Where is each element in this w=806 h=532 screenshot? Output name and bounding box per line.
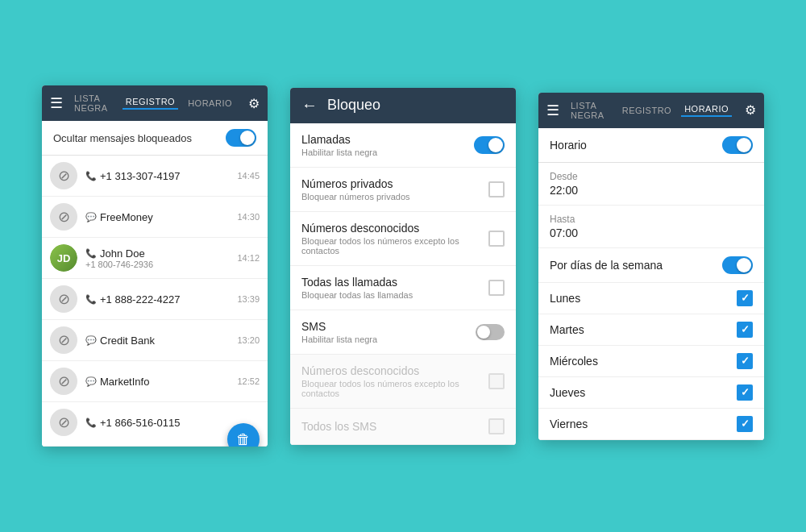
phone-icon: 📞 (85, 248, 97, 259)
days-toggle[interactable] (722, 256, 753, 274)
bloqueo-sms-desconocidos-sub: Bloquear todos los números excepto los c… (301, 379, 480, 398)
bloqueo-privados-label: Números privados (301, 177, 480, 190)
back-button[interactable]: ← (301, 96, 318, 114)
days-label: Por días de la semana (550, 259, 663, 272)
item-name: 📞 John Doe (85, 247, 229, 260)
tab-horario-p1[interactable]: HORARIO (185, 98, 235, 108)
desconocidos-checkbox[interactable] (488, 231, 505, 247)
bloqueo-text: Números desconocidos Bloquear todos los … (301, 222, 480, 256)
hasta-label: Hasta (550, 214, 753, 225)
sms-icon: 💬 (85, 212, 97, 222)
sms-toggle[interactable] (476, 324, 505, 340)
panel-registro: ☰ LISTA NEGRA REGISTRO HORARIO ⚙ Ocultar… (42, 85, 268, 447)
day-viernes-row: Viernes (538, 409, 764, 440)
hide-blocked-row: Ocultar mensajes bloqueados (42, 121, 268, 156)
bloqueo-sms-item: SMS Habilitar lista negra (290, 310, 516, 355)
bloqueo-header: ← Bloqueo (290, 88, 516, 123)
menu-icon[interactable]: ☰ (50, 94, 63, 112)
tab-horario-p3[interactable]: HORARIO (681, 104, 732, 117)
bloqueo-todas-label: Todas las llamadas (301, 276, 480, 289)
day-miercoles-label: Miércoles (550, 355, 598, 368)
tab-lista-negra-p3[interactable]: LISTA NEGRA (567, 101, 613, 120)
item-name: 💬 MarketInfo (85, 376, 229, 388)
item-name: 📞 +1 888-222-4227 (85, 293, 229, 305)
item-time: 12:52 (237, 376, 260, 386)
list-item: ⊘ 📞 +1 888-222-4227 13:39 (42, 279, 268, 320)
item-time: 14:45 (237, 171, 260, 181)
hasta-section: Hasta 07:00 (538, 206, 764, 248)
bloqueo-text: SMS Habilitar lista negra (301, 320, 467, 344)
item-info: 📞 +1 313-307-4197 (85, 170, 229, 182)
privados-checkbox[interactable] (488, 181, 505, 197)
day-martes-label: Martes (550, 323, 584, 336)
list-item: ⊘ 📞 +1 313-307-4197 14:45 (42, 156, 268, 197)
day-martes-check[interactable] (737, 322, 753, 338)
day-miercoles-row: Miércoles (538, 346, 764, 377)
day-miercoles-check[interactable] (737, 353, 753, 369)
hide-blocked-toggle[interactable] (226, 129, 256, 147)
tab-registro[interactable]: REGISTRO (123, 97, 178, 110)
item-info: 💬 Credit Bank (85, 335, 229, 347)
block-icon: ⊘ (50, 368, 77, 395)
bloqueo-sms-desconocidos-label: Números desconocidos (301, 364, 480, 377)
item-time: 13:39 (237, 294, 260, 304)
bloqueo-text: Todas las llamadas Bloquear todas las ll… (301, 276, 480, 300)
day-jueves-label: Jueves (550, 386, 585, 399)
day-jueves-row: Jueves (538, 377, 764, 409)
item-time: 14:30 (237, 212, 260, 222)
list-item: ⊘ 💬 Credit Bank 13:20 (42, 320, 268, 361)
day-lunes-check[interactable] (737, 290, 753, 306)
item-time: 14:12 (237, 253, 260, 263)
hasta-value[interactable]: 07:00 (550, 227, 753, 239)
bloqueo-sms-sub: Habilitar lista negra (301, 335, 467, 344)
block-icon: ⊘ (50, 326, 77, 354)
bloqueo-todas-item: Todas las llamadas Bloquear todas las ll… (290, 266, 516, 310)
todos-sms-checkbox (488, 418, 505, 434)
bloqueo-sms-desconocidos-item: Números desconocidos Bloquear todos los … (290, 355, 516, 409)
item-name: 💬 Credit Bank (85, 335, 229, 347)
list-item: ⊘ 📞 +1 866-516-0115 🗑 (42, 402, 268, 447)
bloqueo-desconocidos-item: Números desconocidos Bloquear todos los … (290, 212, 516, 266)
tab-registro-p3[interactable]: REGISTRO (619, 106, 675, 115)
day-jueves-check[interactable] (737, 384, 753, 401)
desde-section: Desde 22:00 (538, 163, 764, 206)
phone-icon: 📞 (85, 294, 97, 305)
menu-icon-p3[interactable]: ☰ (546, 102, 559, 119)
bloqueo-todas-sub: Bloquear todas las llamadas (301, 290, 480, 300)
gear-icon-p1[interactable]: ⚙ (248, 96, 260, 111)
item-info: 💬 MarketInfo (85, 376, 229, 388)
bloqueo-sms-label: SMS (301, 320, 467, 333)
bloqueo-llamadas-sub: Habilitar lista negra (301, 148, 466, 157)
item-name: 📞 +1 313-307-4197 (85, 170, 229, 182)
day-viernes-check[interactable] (737, 416, 753, 432)
panel-horario: ☰ LISTA NEGRA REGISTRO HORARIO ⚙ Horario… (538, 93, 764, 440)
todas-checkbox[interactable] (488, 280, 505, 296)
gear-icon-p3[interactable]: ⚙ (745, 102, 756, 118)
item-info: 📞 +1 888-222-4227 (85, 293, 229, 305)
bloqueo-todos-sms-label: Todos los SMS (301, 420, 480, 433)
bloqueo-text: Todos los SMS (301, 420, 480, 433)
days-toggle-section: Por días de la semana (538, 248, 764, 283)
horario-toggle[interactable] (722, 136, 753, 154)
day-lunes-label: Lunes (550, 292, 580, 305)
horario-label: Horario (550, 139, 587, 152)
bloqueo-llamadas-label: Llamadas (301, 133, 466, 146)
llamadas-toggle[interactable] (474, 136, 505, 154)
day-lunes-row: Lunes (538, 283, 764, 314)
hide-blocked-label: Ocultar mensajes bloqueados (53, 132, 192, 144)
list-item: ⊘ 💬 FreeMoney 14:30 (42, 197, 268, 238)
tab-lista-negra[interactable]: LISTA NEGRA (71, 94, 116, 113)
bloqueo-todos-sms-item: Todos los SMS (290, 409, 516, 445)
block-icon-avatar: JD (50, 244, 77, 272)
avatar: JD (50, 244, 77, 272)
desde-value[interactable]: 22:00 (550, 184, 753, 197)
sms-icon: 💬 (85, 376, 97, 387)
block-icon: ⊘ (50, 409, 77, 436)
panel3-header: ☰ LISTA NEGRA REGISTRO HORARIO ⚙ (538, 93, 764, 128)
block-icon: ⊘ (50, 162, 77, 189)
block-icon: ⊘ (50, 285, 77, 313)
bloqueo-privados-sub: Bloquear números privados (301, 192, 480, 202)
item-info: 💬 FreeMoney (85, 211, 229, 223)
list-item: JD 📞 John Doe +1 800-746-2936 14:12 (42, 238, 268, 279)
sms-desconocidos-checkbox (488, 373, 505, 389)
